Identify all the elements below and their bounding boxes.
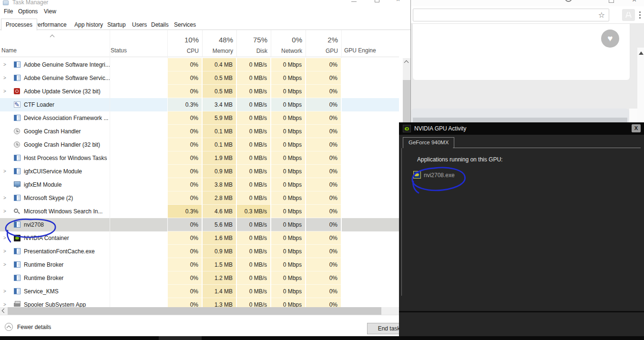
- scroll-up-icon[interactable]: [404, 60, 409, 65]
- header-name[interactable]: Name: [1, 47, 17, 54]
- header-gpu-engine[interactable]: GPU Engine: [344, 47, 376, 54]
- process-row[interactable]: Google Crash Handler (32 bit)0%0.1 MB0 M…: [0, 138, 399, 151]
- process-name-cell[interactable]: >Microsoft Windows Search In...: [0, 205, 110, 218]
- process-name-cell[interactable]: >Adobe Update Service (32 bit): [0, 85, 110, 98]
- expand-chevron-icon[interactable]: >: [3, 58, 6, 71]
- tab-services[interactable]: Services: [170, 20, 200, 30]
- process-row[interactable]: >Adobe Genuine Software Servic...0%0.5 M…: [0, 71, 399, 85]
- process-name-cell[interactable]: >Service_KMS: [0, 285, 110, 298]
- cpu-cell: 0%: [167, 71, 202, 85]
- process-name-cell[interactable]: >NVIDIA Container: [0, 231, 110, 245]
- tab-geforce-940mx[interactable]: GeForce 940MX: [403, 137, 454, 148]
- status-cell: [110, 218, 167, 231]
- process-name-cell[interactable]: >igfxCUIService Module: [0, 165, 110, 178]
- header-gpu[interactable]: 2% GPU: [306, 30, 341, 57]
- process-row[interactable]: >igfxCUIService Module0%0.9 MB0 MB/s0 Mb…: [0, 165, 399, 178]
- disk-cell: 0 MB/s: [236, 271, 271, 285]
- expand-chevron-icon[interactable]: >: [3, 245, 6, 258]
- windows-taskbar[interactable]: [0, 336, 644, 340]
- bookmark-star-icon[interactable]: ☆: [598, 10, 605, 20]
- process-name-cell[interactable]: Runtime Broker: [0, 271, 110, 285]
- process-name-cell[interactable]: Google Crash Handler: [0, 125, 110, 138]
- process-name-cell[interactable]: >Microsoft Skype (2): [0, 191, 110, 205]
- process-row[interactable]: >Adobe Update Service (32 bit)0%0.5 MB0 …: [0, 85, 399, 98]
- minimize-icon[interactable]: [351, 0, 357, 2]
- process-name-cell[interactable]: igfxEM Module: [0, 178, 110, 191]
- scroll-up-arrow-icon[interactable]: [639, 51, 644, 55]
- process-row[interactable]: >Adobe Genuine Software Integri...0%0.4 …: [0, 58, 399, 71]
- nvidia-close-button[interactable]: X: [632, 124, 641, 132]
- mem-cell: 5.9 MB: [202, 111, 236, 125]
- process-name-cell[interactable]: >PresentationFontCache.exe: [0, 245, 110, 258]
- gpu-cell: 0%: [306, 98, 341, 111]
- process-name-cell[interactable]: >Spooler SubSystem App: [0, 298, 110, 307]
- process-name-cell[interactable]: >Adobe Genuine Software Integri...: [0, 58, 110, 71]
- process-row[interactable]: CTF Loader0.3%3.4 MB0 MB/s0 Mbps0%: [0, 98, 399, 111]
- close-icon[interactable]: ×: [396, 0, 400, 3]
- tab-processes[interactable]: Processes: [1, 19, 37, 30]
- menu-options[interactable]: Options: [18, 8, 38, 15]
- process-row[interactable]: Host Process for Windows Tasks0%1.9 MB0 …: [0, 151, 399, 165]
- restore-window-icon[interactable]: [609, 0, 614, 3]
- menu-view[interactable]: View: [44, 8, 56, 15]
- disk-cell: 0 MB/s: [236, 151, 271, 165]
- browser-menu-icon[interactable]: [639, 11, 641, 13]
- tab-details[interactable]: Details: [147, 20, 173, 30]
- process-name-cell[interactable]: Google Crash Handler (32 bit): [0, 138, 110, 151]
- expand-chevron-icon[interactable]: >: [3, 85, 6, 98]
- net-cell: 0 Mbps: [271, 111, 306, 125]
- vertical-scroll-thumb[interactable]: [403, 80, 410, 128]
- process-row[interactable]: Runtime Broker0%1.2 MB0 MB/s0 Mbps0%: [0, 271, 399, 285]
- scroll-left-icon[interactable]: [2, 309, 7, 313]
- process-row[interactable]: >Microsoft Skype (2)0%2.8 MB0 MB/s0 Mbps…: [0, 191, 399, 205]
- process-row[interactable]: >NVIDIA Container0%1.6 MB0 MB/s0 Mbps0%: [0, 231, 399, 245]
- expand-chevron-icon[interactable]: >: [3, 258, 6, 271]
- status-cell: [110, 165, 167, 178]
- gpu-engine-cell: [341, 58, 399, 71]
- tm-titlebar[interactable]: Task Manager ×: [0, 0, 410, 6]
- process-row[interactable]: >Service_KMS0%1.4 MB0 MB/s0 Mbps0%: [0, 285, 399, 298]
- process-row[interactable]: igfxEM Module0%3.8 MB0 MB/s0 Mbps0%: [0, 178, 399, 191]
- process-row[interactable]: >Microsoft Windows Search In...0.3%4.6 M…: [0, 205, 399, 218]
- annotation-circle-nvi2708-exe: [407, 161, 469, 196]
- process-name-cell[interactable]: Device Association Framework ...: [0, 111, 110, 125]
- close-window-icon[interactable]: ×: [632, 0, 636, 4]
- process-row[interactable]: >PresentationFontCache.exe0%0.9 MB0 MB/s…: [0, 245, 399, 258]
- taskbar-app-segment[interactable]: [159, 336, 202, 340]
- maximize-icon[interactable]: [375, 0, 379, 2]
- process-row[interactable]: Google Crash Handler0%0.1 MB0 MB/s0 Mbps…: [0, 125, 399, 138]
- process-row[interactable]: nvi27080%5.6 MB0 MB/s0 Mbps0%: [0, 218, 399, 231]
- heart-icon[interactable]: ♥: [601, 30, 619, 48]
- process-name-cell[interactable]: >Runtime Broker: [0, 258, 110, 271]
- nvidia-titlebar[interactable]: NVIDIA GPU Activity X: [399, 122, 644, 135]
- tab-app-history[interactable]: App history: [70, 20, 107, 30]
- menu-file[interactable]: File: [4, 8, 13, 15]
- expand-chevron-icon[interactable]: >: [3, 205, 6, 218]
- gpu-engine-cell: [341, 218, 399, 231]
- expand-chevron-icon[interactable]: >: [3, 71, 6, 85]
- horizontal-scroll-thumb[interactable]: [8, 307, 381, 315]
- process-row[interactable]: >Runtime Broker0%1.5 MB0 MB/s0 Mbps0%: [0, 258, 399, 271]
- process-name-cell[interactable]: Host Process for Windows Tasks: [0, 151, 110, 165]
- process-name-cell[interactable]: >Adobe Genuine Software Servic...: [0, 71, 110, 85]
- reload-icon[interactable]: [565, 0, 572, 2]
- process-name-cell[interactable]: nvi2708: [0, 218, 110, 231]
- win-process-icon: [14, 115, 20, 121]
- process-name-cell[interactable]: CTF Loader: [0, 98, 110, 111]
- address-bar[interactable]: ☆: [413, 9, 609, 21]
- net-cell: 0 Mbps: [271, 125, 306, 138]
- process-row[interactable]: Device Association Framework ...0%5.9 MB…: [0, 111, 399, 125]
- mem-cell: 5.6 MB: [202, 218, 236, 231]
- expand-chevron-icon[interactable]: >: [3, 298, 6, 307]
- expand-chevron-icon[interactable]: >: [3, 191, 6, 205]
- tab-startup[interactable]: Startup: [103, 20, 130, 30]
- gpu-engine-cell: [341, 245, 399, 258]
- header-status[interactable]: Status: [111, 47, 127, 54]
- expand-chevron-icon[interactable]: >: [3, 165, 6, 178]
- adobe-extension-icon[interactable]: [622, 9, 635, 21]
- horizontal-scrollbar[interactable]: [0, 307, 399, 315]
- mem-cell: 0.4 MB: [202, 58, 236, 71]
- expand-chevron-icon[interactable]: >: [3, 285, 6, 298]
- expand-chevron-icon[interactable]: >: [3, 231, 6, 245]
- process-row[interactable]: >Spooler SubSystem App0%1.3 MB0 MB/s0 Mb…: [0, 298, 399, 307]
